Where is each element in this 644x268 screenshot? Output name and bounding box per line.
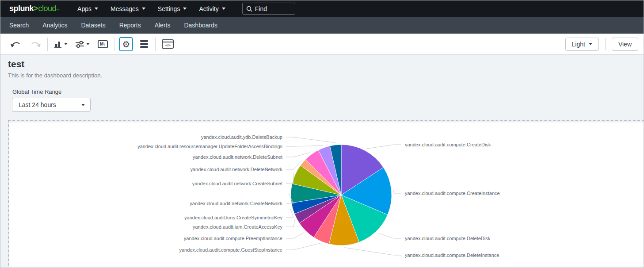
sliders-icon [76,40,84,48]
markdown-icon: M↓ [98,40,108,48]
leader-line [286,220,295,227]
pie-slice-label: yandex.cloud.audit.iam.CreateAccessKey [193,224,282,230]
appbar-item-reports[interactable]: Reports [119,22,141,29]
leader-line [286,233,304,238]
database-icon [139,39,149,50]
menu-activity[interactable]: Activity [193,1,231,16]
global-time-range-label: Global Time Range [12,88,61,95]
pie-slice-label: yandex.cloud.audit.compute.CreateInstanc… [405,191,500,196]
pie-slice-label: yandex.cloud.audit.compute.DeleteDisk [405,236,491,241]
find-input[interactable] [255,5,290,12]
splunk-dashboard-edit-page: splunk>cloud™ Apps Messages Settings Act… [0,0,644,268]
redo-button[interactable] [28,37,43,51]
app-navigation-bar: Search Analytics Datasets Reports Alerts… [0,17,644,34]
time-range-value: Last 24 hours [19,101,81,108]
leader-line [286,153,310,157]
chevron-down-icon [142,8,145,10]
menu-settings[interactable]: Settings [152,1,193,16]
pie-slice-label: yandex.cloud.audit.network.CreateNetwork [190,201,282,206]
pie-slice-label: yandex.cloud.audit.compute.GuestStopInst… [179,247,282,253]
appbar-item-search[interactable]: Search [9,22,29,29]
leader-line [286,209,293,218]
toolbar-separator [155,38,156,51]
menu-apps-label: Apps [77,5,91,12]
leader-line [286,173,293,184]
add-input-button[interactable] [74,38,91,50]
leader-line [366,145,401,149]
splunk-cloud-logo[interactable]: splunk>cloud™ [9,4,59,13]
menu-settings-label: Settings [158,5,180,12]
pie-chart-panel[interactable]: yandex.cloud.audit.compute.CreateDiskyan… [9,123,644,267]
leader-line [286,243,320,250]
pie-slice-label: yandex.cloud.audit.resourcemanager.Updat… [137,144,282,149]
pie-slice-label: yandex.cloud.audit.compute.PreemptInstan… [184,236,282,241]
theme-label: Light [572,41,585,48]
bar-chart-icon [54,40,62,48]
menu-apps[interactable]: Apps [71,1,104,16]
toolbar-separator [605,38,606,50]
leader-line [394,191,402,194]
time-range-dropdown[interactable]: Last 24 hours [12,98,91,112]
appbar-item-dashboards[interactable]: Dashboards [184,22,217,29]
chevron-down-icon [222,8,225,10]
logo-chevron: > [34,4,38,13]
undo-button[interactable] [8,37,23,51]
dashboard-title[interactable]: test [8,59,24,69]
configuration-panel-button[interactable]: ⚙ [119,37,133,51]
pie-chart: yandex.cloud.audit.compute.CreateDiskyan… [9,123,644,267]
pie-slice-label: yandex.cloud.audit.kms.CreateSymmetricKe… [184,215,282,220]
add-visualization-button[interactable] [52,38,69,50]
top-navigation-bar: splunk>cloud™ Apps Messages Settings Act… [0,0,644,17]
add-markdown-button[interactable]: M↓ [96,38,110,50]
leader-line [344,248,401,255]
chevron-down-icon [589,43,592,45]
chevron-down-icon [81,104,85,106]
appbar-item-analytics[interactable]: Analytics [42,22,67,29]
menu-activity-label: Activity [199,5,218,12]
dashboard-description[interactable]: This is for the dashboard description. [8,72,102,79]
gear-icon: ⚙ [122,40,130,49]
redo-icon [30,39,41,50]
logo-splunk-text: splunk [9,4,34,13]
chevron-down-icon [64,43,68,45]
appbar-item-datasets[interactable]: Datasets [81,22,105,29]
pie-slice-label: yandex.cloud.audit.compute.CreateDisk [405,142,491,147]
menu-messages[interactable]: Messages [104,1,152,16]
view-button[interactable]: View [612,38,638,51]
pie-slice-label: yandex.cloud.audit.network.CreateSubnet [192,181,282,186]
undo-icon [10,39,22,50]
logo-trademark: ™ [56,9,59,11]
search-icon [246,6,252,12]
chevron-down-icon [95,8,98,10]
logo-cloud-text: cloud [38,4,57,13]
toolbar-separator [47,38,48,51]
leader-line [286,145,323,146]
pie-slice-label: yandex.cloud.audit.ydb.DeleteBackup [201,134,282,140]
toolbar-separator [114,38,114,51]
find-search-box[interactable] [242,3,295,15]
view-label: View [618,41,632,48]
appbar-item-alerts[interactable]: Alerts [155,22,171,29]
data-sources-button[interactable] [137,37,151,51]
chevron-down-icon [183,8,187,10]
dashboard-editor-toolbar: M↓ ⚙ </> [0,34,644,55]
top-menus: Apps Messages Settings Activity [71,1,232,16]
leader-line [286,137,335,143]
leader-line [378,233,402,238]
chevron-down-icon [86,43,90,45]
theme-dropdown-button[interactable]: Light [565,38,599,51]
edit-source-button[interactable]: </> [160,38,175,50]
source-code-icon: </> [162,39,174,49]
pie-slice-label: yandex.cloud.audit.compute.DeleteInstanc… [405,253,499,258]
pie-slice-label: yandex.cloud.audit.network.DeleteSubnet [193,154,282,160]
menu-messages-label: Messages [111,5,139,12]
pie-slice-label: yandex.cloud.audit.network.DeleteNetwork [190,167,282,172]
